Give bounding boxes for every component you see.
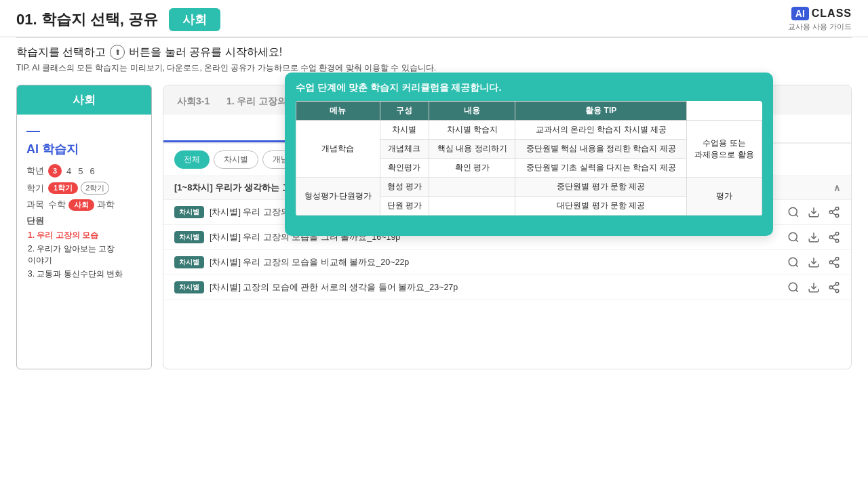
sidebar-subject-social[interactable]: 사회 [68,199,94,211]
list-item: 차시별 [차시별] 우리 고장의 모습을 비교해 볼까요_20~22p [163,250,851,275]
download-icon[interactable] [808,231,820,243]
sidebar-subject-math[interactable]: 수학 [48,199,66,211]
filter-chapter[interactable]: 차시별 [214,150,258,169]
logo-ai: AI [791,7,809,20]
share-icon[interactable] [828,206,840,218]
sidebar-grade-label: 학년 [26,165,45,177]
sidebar-grade-3[interactable]: 3 [48,164,62,178]
curriculum-popup: 수업 단계에 맞춘 학습지 커리큘럼을 제공합니다. 메뉴 구성 내용 활용 T… [285,73,773,236]
subheader-text1: 학습지를 선택하고 [16,45,106,60]
table-row: 형성평가·단원평가 형성 평가 중단원별 평가 문항 제공 평가 [296,178,762,197]
svg-point-21 [835,264,839,268]
table-cell-menu: 형성평가·단원평가 [296,178,380,216]
svg-point-12 [829,236,833,239]
logo-class: CLASS [812,7,852,20]
sidebar-ai-title: AI 학습지 [26,141,142,157]
svg-point-13 [835,239,839,243]
item-tag: 차시별 [174,256,204,268]
table-cell-content2: 중단원별 기초 실력을 다지는 학습지 제공 [515,159,687,178]
svg-point-27 [835,283,839,286]
sidebar-semester-1[interactable]: 1학기 [48,182,78,194]
table-row: 개념학습 차시별 차시별 학습지 교과서의 온라인 학습지 차시별 제공 수업용… [296,121,762,140]
sidebar-subject-science[interactable]: 과학 [97,199,115,211]
guide-link[interactable]: 교사용 사용 가이드 [788,22,852,32]
item-icons [787,256,840,268]
sidebar-unit-3[interactable]: 3. 교통과 통신수단의 변화 [26,268,142,280]
svg-point-16 [789,258,797,266]
svg-line-22 [832,263,835,265]
table-cell-sub: 형성 평가 [380,178,429,197]
sidebar-grade-4[interactable]: 4 [64,166,73,176]
curriculum-table: 메뉴 구성 내용 활용 TIP 개념학습 차시별 차시별 학습지 교과서의 온라… [296,101,762,216]
svg-line-14 [832,238,835,240]
share-icon[interactable] [828,231,840,243]
table-cell-content2: 중단원별 평가 문항 제공 [515,178,687,197]
item-left: 차시별 [차시별] 고장의 모습에 관한 서로의 생각을 들어 볼까요_23~2… [174,281,458,293]
subheader-main: 학습지를 선택하고 ⬆ 버튼을 눌러 공유를 시작하세요! [16,45,852,60]
sidebar-grade-6[interactable]: 6 [87,166,96,176]
svg-point-11 [835,232,839,236]
table-cell-content2: 중단원별 핵심 내용을 정리한 학습지 제공 [515,140,687,159]
table-cell-sub: 차시별 [380,121,429,140]
sidebar-dash-icon: — [26,123,142,138]
svg-point-3 [835,207,839,211]
download-icon[interactable] [808,256,820,268]
svg-line-6 [832,213,835,215]
svg-line-17 [795,264,797,266]
svg-point-29 [835,289,839,293]
page-title: 01. 학습지 선택, 공유 [16,9,158,30]
sidebar-semester-label: 학기 [26,182,45,195]
sidebar-semester-2[interactable]: 2학기 [81,182,109,195]
popup-arrow [513,216,532,226]
svg-point-8 [789,232,797,241]
table-cell-sub: 단원 평가 [380,197,429,216]
svg-line-9 [795,239,797,241]
sidebar-subject-label: 과목 [26,199,45,211]
preview-icon[interactable] [787,256,800,268]
item-icons [787,281,840,293]
popup-title: 수업 단계에 맞춘 학습지 커리큘럼을 제공합니다. [296,82,762,94]
sidebar-unit-1[interactable]: 1. 우리 고장의 모습 [26,230,142,241]
sidebar-body: — AI 학습지 학년 3 4 5 6 학기 1학기 2학기 과목 수학 사회 [17,115,151,290]
svg-line-31 [832,285,835,287]
svg-point-0 [789,207,797,216]
sidebar-subject-row: 과목 수학 사회 과학 [26,199,142,211]
svg-point-24 [789,283,797,291]
table-cell-tip: 수업용 또는과제용으로 활용 [687,121,762,178]
table-cell-sub: 확인평가 [380,159,429,178]
item-icons [787,231,840,243]
main-content: 수업 단계에 맞춘 학습지 커리큘럼을 제공합니다. 메뉴 구성 내용 활용 T… [0,78,868,376]
table-header-content: 내용 [429,102,515,121]
svg-line-15 [832,235,835,237]
table-cell-content1 [429,197,515,216]
table-cell-content2: 교과서의 온라인 학습지 차시별 제공 [515,121,687,140]
share-icon: ⬆ [110,45,125,60]
svg-line-25 [795,289,797,291]
item-text: [차시별] 우리 고장의 모습을 비교해 볼까요_20~22p [210,257,409,268]
preview-icon[interactable] [787,206,800,218]
download-icon[interactable] [808,206,820,218]
sidebar-unit-label: 단원 [26,215,142,227]
chevron-up-icon[interactable]: ∧ [833,182,840,193]
preview-icon[interactable] [787,281,800,293]
svg-line-23 [832,260,835,262]
table-cell-menu: 개념학습 [296,121,380,178]
filter-all[interactable]: 전체 [174,150,210,169]
svg-point-4 [829,211,833,214]
share-icon[interactable] [828,256,840,268]
table-cell-content1: 차시별 학습지 [429,121,515,140]
table-cell-content1 [429,178,515,197]
item-left: 차시별 [차시별] 우리 고장의 모습을 비교해 볼까요_20~22p [174,256,409,268]
svg-line-7 [832,209,835,211]
preview-icon[interactable] [787,231,800,243]
svg-point-28 [829,286,833,289]
item-tag: 차시별 [174,231,204,243]
share-icon[interactable] [828,281,840,293]
item-tag: 차시별 [174,206,204,218]
table-cell-content2: 대단원별 평가 문항 제공 [515,197,687,216]
sidebar-unit-2[interactable]: 2. 우리가 알아보는 고장이야기 [26,243,142,266]
download-icon[interactable] [808,281,820,293]
sidebar-grade-5[interactable]: 5 [76,166,85,176]
table-cell-sub: 개념체크 [380,140,429,159]
list-item: 차시별 [차시별] 고장의 모습에 관한 서로의 생각을 들어 볼까요_23~2… [163,275,851,300]
